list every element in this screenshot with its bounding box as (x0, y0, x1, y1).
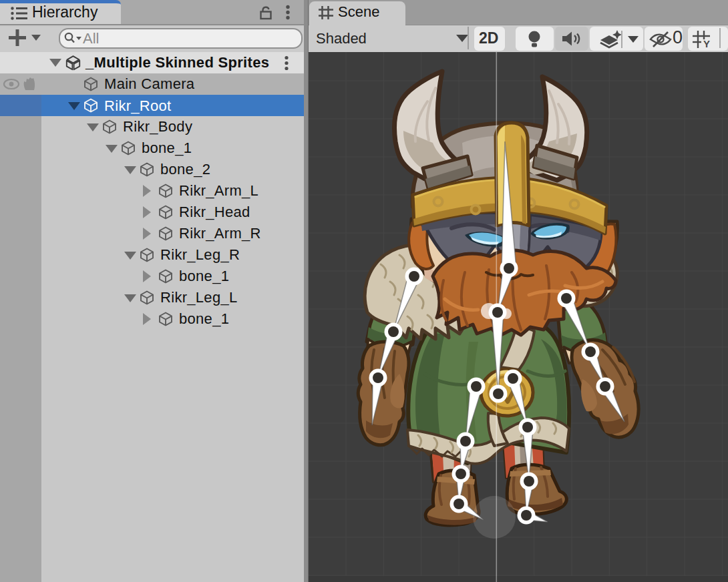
svg-text:Y: Y (703, 38, 710, 48)
